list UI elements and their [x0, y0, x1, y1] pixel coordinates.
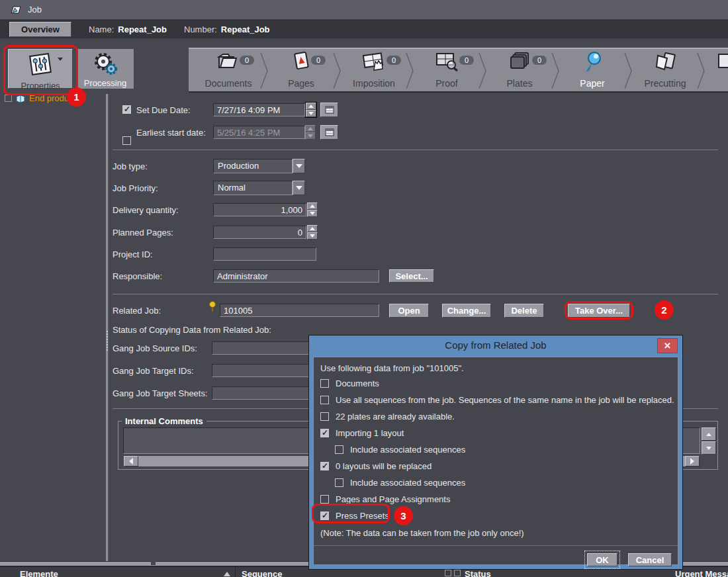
dialog-option-row: Documents — [320, 378, 379, 388]
open-button[interactable]: Open — [389, 304, 429, 318]
planned-pages-spinner[interactable] — [307, 225, 318, 240]
window-titlebar: Job — [0, 0, 728, 20]
dialog-option-label: 22 plates are already available. — [336, 412, 455, 422]
earliest-start-spinner — [305, 125, 316, 140]
plates-available-checkbox[interactable] — [320, 412, 329, 421]
documents-checkbox[interactable] — [320, 379, 329, 388]
scroll-up-button[interactable] — [702, 427, 716, 441]
related-job-input[interactable] — [220, 304, 379, 317]
tab-separator — [333, 50, 342, 91]
dialog-title: Copy from Related Job — [309, 335, 682, 357]
dialog-option-row: Include associated sequences — [335, 444, 465, 455]
use-all-sequences-checkbox[interactable] — [320, 396, 329, 404]
plates-count-badge: 0 — [532, 56, 547, 65]
tab-precutting[interactable]: Precutting — [629, 49, 702, 91]
dialog-option-row: Pages and Page Assignments — [320, 494, 450, 504]
importing-layout-checkbox[interactable] — [320, 429, 329, 437]
dialog-option-row: Importing 1 layout — [320, 427, 404, 438]
annotation-step-3: 3 — [394, 506, 413, 525]
column-status[interactable]: Status — [465, 569, 491, 577]
tab-paper[interactable]: Paper — [556, 49, 629, 91]
gang-source-input[interactable] — [212, 341, 312, 355]
splitter-handle[interactable] — [107, 331, 108, 351]
job-name-label: Name: — [89, 24, 114, 34]
planned-pages-input[interactable] — [213, 226, 306, 239]
set-due-date-checkbox[interactable] — [122, 105, 131, 114]
overview-tab[interactable]: Overview — [9, 22, 71, 37]
splitter-notch — [151, 561, 156, 565]
due-date-spinner[interactable] — [305, 102, 317, 118]
close-icon[interactable]: ✕ — [657, 338, 678, 353]
job-priority-select[interactable]: Normal — [213, 181, 293, 195]
grid-icon[interactable] — [454, 570, 461, 576]
tab-separator — [624, 50, 633, 91]
vertical-splitter[interactable] — [106, 94, 109, 561]
job-type-dropdown-arrow[interactable] — [293, 159, 305, 173]
due-date-input[interactable] — [213, 103, 305, 116]
calendar-icon — [325, 106, 334, 114]
processing-button[interactable]: Processing — [77, 49, 134, 89]
take-over-button[interactable]: Take Over... — [568, 304, 630, 318]
dialog-option-label: Importing 1 layout — [336, 428, 404, 438]
gang-sheets-input[interactable] — [212, 386, 312, 400]
tab-imposition[interactable]: 0 Imposition — [338, 49, 410, 91]
tab-separator — [406, 50, 415, 91]
responsible-label: Responsible: — [113, 271, 162, 281]
end-product-checkbox[interactable] — [5, 95, 12, 102]
properties-button[interactable]: Properties — [8, 49, 73, 89]
application-window: Job Overview Name: Repeat_Job Number: Re… — [0, 0, 728, 577]
dialog-option-label: Pages and Page Assignments — [336, 494, 450, 504]
tab-plates[interactable]: 0 Plates — [483, 49, 556, 91]
book-icon — [15, 94, 26, 103]
earliest-start-input — [213, 126, 305, 139]
cancel-button[interactable]: Cancel — [628, 553, 672, 566]
pdf-page-icon — [291, 51, 311, 71]
processing-button-label: Processing — [84, 78, 126, 88]
copy-status-label: Status of Copying Data from Related Job: — [113, 325, 271, 335]
responsible-input[interactable] — [213, 269, 379, 283]
select-button[interactable]: Select... — [389, 269, 434, 283]
press-presets-checkbox[interactable] — [320, 511, 329, 520]
dialog-option-row: 22 plates are already available. — [320, 411, 455, 422]
tab-separator — [551, 50, 561, 91]
gang-target-label: Gang Job Target IDs: — [113, 366, 194, 376]
tab-pages[interactable]: 0 Pages — [265, 49, 338, 91]
sort-ascending-icon[interactable] — [224, 572, 230, 576]
job-type-select[interactable]: Production — [213, 159, 293, 173]
pages-assignments-checkbox[interactable] — [320, 495, 329, 504]
delete-button[interactable]: Delete — [504, 304, 544, 318]
dialog-option-row: Include associated sequences — [335, 477, 465, 488]
related-job-label: Related Job: — [113, 306, 161, 316]
tab-documents[interactable]: 0 Documents — [192, 49, 265, 91]
copy-from-related-job-dialog: Copy from Related Job ✕ Use following da… — [308, 335, 683, 570]
dialog-option-label: Press Presets — [336, 511, 389, 521]
project-id-input[interactable] — [213, 247, 316, 261]
scroll-right-button[interactable] — [685, 456, 700, 466]
scroll-left-button[interactable] — [124, 456, 138, 466]
include-sequences-checkbox[interactable] — [335, 445, 343, 454]
delivery-quantity-input[interactable] — [213, 203, 306, 216]
earliest-start-picker-button[interactable] — [320, 125, 338, 140]
window-title: Job — [28, 5, 42, 15]
dialog-option-row: 0 layouts will be replaced — [320, 461, 432, 471]
sheets-icon — [654, 51, 676, 71]
due-date-picker-button[interactable] — [320, 103, 338, 117]
include-sequences-checkbox[interactable] — [335, 478, 343, 487]
change-button[interactable]: Change... — [442, 304, 491, 318]
column-sequence[interactable]: Sequence — [242, 569, 282, 577]
blue-pin-icon — [582, 50, 603, 74]
sidebar-item-end-product[interactable]: End product — [5, 93, 75, 103]
ok-button[interactable]: OK — [587, 553, 617, 566]
layouts-replaced-checkbox[interactable] — [320, 462, 329, 470]
grid-icon[interactable] — [445, 570, 451, 576]
earliest-start-checkbox[interactable] — [122, 136, 131, 145]
gears-icon — [92, 52, 118, 77]
tab-proof[interactable]: 0 Proof — [410, 49, 483, 91]
scroll-down-button[interactable] — [702, 441, 716, 455]
delivery-quantity-spinner[interactable] — [307, 202, 318, 217]
column-elements[interactable]: Elemente — [20, 569, 58, 577]
job-priority-dropdown-arrow[interactable] — [293, 181, 305, 195]
dialog-option-label: Include associated sequences — [350, 478, 465, 488]
chevron-down-icon — [58, 58, 63, 61]
gang-target-input[interactable] — [212, 364, 312, 377]
